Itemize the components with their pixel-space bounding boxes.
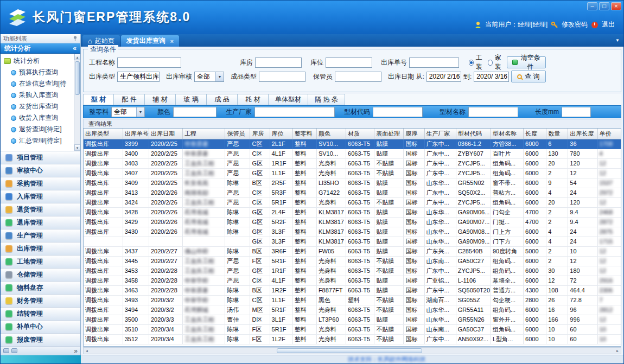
column-header[interactable]: 型材代码 bbox=[456, 129, 491, 139]
column-header[interactable]: 出库类型 bbox=[84, 129, 123, 139]
column-header[interactable]: 型材名称 bbox=[491, 129, 523, 139]
material-tab-6[interactable]: 耗 材 bbox=[238, 94, 269, 105]
column-header[interactable]: 生产厂家 bbox=[424, 129, 456, 139]
collapse-icon[interactable]: « bbox=[73, 44, 77, 52]
pin-icon[interactable] bbox=[73, 36, 78, 41]
change-password-link[interactable]: 修改密码 bbox=[562, 20, 588, 29]
tree-item-3[interactable]: 采购入库查询 bbox=[4, 90, 74, 101]
sidebar-group-3[interactable]: 采购管理 bbox=[1, 177, 80, 190]
table-row[interactable]: 调拨出库35122020/3/4工业共工程陈琳F区1L2F整料光身料6063-T… bbox=[84, 334, 621, 344]
column-header[interactable]: 出库长度 bbox=[568, 129, 597, 139]
table-row[interactable]: 调拨出库35102020/3/4工业共工程陈琳F区5R1F整料光身料6063-T… bbox=[84, 324, 621, 334]
column-header[interactable]: 膜厚 bbox=[404, 129, 424, 139]
column-header[interactable]: 工程 bbox=[183, 129, 225, 139]
table-row[interactable]: 调拨出库34942020/3/2石湾辉城汤伟M区5R1F整料光身料6063-T5… bbox=[84, 305, 621, 315]
sidebar-group-14[interactable]: 补单中心 bbox=[1, 321, 80, 334]
table-row[interactable]: 调拨出库34292020/2/26石湾名城陈琳G区5R2F整料KLM381760… bbox=[84, 217, 621, 227]
sidebar-group-4[interactable]: 入库管理 bbox=[1, 190, 80, 203]
table-row[interactable]: 调拨出库34242020/2/26工业共工程严思C区5R1F整料光身料6063-… bbox=[84, 197, 621, 207]
tab-close-icon[interactable]: × bbox=[170, 38, 174, 44]
column-header[interactable]: 库位 bbox=[270, 129, 292, 139]
sidebar-group-11[interactable]: 物料盘存 bbox=[1, 282, 80, 295]
sidebar-group-2[interactable]: 审核中心 bbox=[1, 164, 80, 177]
tab-list-caret-icon[interactable]: ▼ bbox=[615, 38, 620, 43]
horizontal-scrollbar-thumb[interactable] bbox=[277, 348, 422, 353]
material-tab-4[interactable]: 玻 璃 bbox=[176, 94, 207, 105]
table-row[interactable]: G区3L3F整料KLM38176063-T5贴膜国标山东华...GA90M09.… bbox=[84, 237, 621, 246]
column-header[interactable]: 整零料 bbox=[292, 129, 316, 139]
maximize-button[interactable]: □ bbox=[599, 2, 609, 10]
profile-code-input[interactable] bbox=[373, 107, 423, 117]
date-to-picker[interactable]: 2020/ 3/16▼ bbox=[474, 72, 508, 82]
tree-root-statistics[interactable]: 统计分析 bbox=[4, 55, 74, 67]
tree-item-2[interactable]: 在途信息查询[待 bbox=[4, 78, 74, 90]
radio-work-clothes[interactable]: 工装 bbox=[469, 53, 486, 72]
logout-link[interactable]: 退出 bbox=[602, 20, 615, 29]
color-input[interactable] bbox=[173, 107, 217, 117]
tree-item-6[interactable]: 退货查询[待定] bbox=[4, 124, 74, 135]
profile-name-input[interactable] bbox=[468, 107, 518, 117]
table-row[interactable]: 调拨出库34452020/2/27工业共工程严思F区5R1F整料光身料6063-… bbox=[84, 256, 621, 266]
sidebar-group-1[interactable]: 项目管理 bbox=[1, 151, 80, 164]
column-header[interactable]: 出库单号 bbox=[123, 129, 149, 139]
sidebar-group-15[interactable]: 报废管理 bbox=[1, 334, 80, 347]
material-tab-7[interactable]: 单体型材 bbox=[269, 94, 308, 105]
table-row[interactable]: 调拨出库34002020/2/25华章原著严思C区4L1F整料SV10...60… bbox=[84, 149, 621, 158]
column-header[interactable]: 表面处理 bbox=[374, 129, 404, 139]
material-tab-8[interactable]: 隔 热 条 bbox=[308, 94, 345, 105]
column-header[interactable]: 出库日期 bbox=[149, 129, 182, 139]
table-row[interactable]: 调拨出库35002020/3/3工业共工程曹佳D区3L1F整料LT3P60606… bbox=[84, 315, 621, 324]
table-row[interactable]: 调拨出库33992020/2/25华章原著严思C区2L1F整料SV10...60… bbox=[84, 139, 621, 149]
product-type-input[interactable] bbox=[259, 72, 305, 82]
table-row[interactable]: 调拨出库34092020/2/25长安名苑陈琳B区2R5F整料LI35HO606… bbox=[84, 178, 621, 188]
column-header[interactable]: 长度 bbox=[524, 129, 546, 139]
tree-item-5[interactable]: 收货入库查询 bbox=[4, 112, 74, 124]
table-row[interactable]: 调拨出库34632020/2/28华章原著陈琳B区1R2F整料F8877FT60… bbox=[84, 285, 621, 295]
clear-conditions-button[interactable]: 清空条件 bbox=[507, 56, 546, 68]
column-header[interactable]: 颜色 bbox=[316, 129, 346, 139]
order-no-input[interactable] bbox=[409, 58, 459, 68]
material-tab-2[interactable]: 配 件 bbox=[114, 94, 145, 105]
tree-item-7[interactable]: 汇总管理[待定] bbox=[4, 135, 74, 146]
length-input[interactable] bbox=[562, 107, 591, 117]
table-row[interactable]: 调拨出库34532020/2/28工业共工程严思G区1R1F整料光身料6063-… bbox=[84, 266, 621, 276]
tree-scrollbar-thumb[interactable] bbox=[75, 61, 80, 95]
tab-shipping-outbound-query[interactable]: 发货出库查询 × bbox=[121, 35, 179, 47]
table-row[interactable]: 调拨出库34302020/2/26石湾名城陈琳G区3L3F整料KLM381760… bbox=[84, 227, 621, 237]
column-header[interactable]: 单价 bbox=[597, 129, 621, 139]
whole-piece-select[interactable]: 全部▼ bbox=[111, 107, 145, 117]
computer-icon[interactable] bbox=[3, 348, 9, 353]
scroll-up-icon[interactable]: ▲ bbox=[74, 54, 80, 60]
material-tab-3[interactable]: 辅 材 bbox=[145, 94, 176, 105]
tree-item-4[interactable]: 发货出库查询 bbox=[4, 101, 74, 112]
sidebar-group-5[interactable]: 退货管理 bbox=[1, 203, 80, 216]
scroll-left-icon[interactable]: ◄ bbox=[85, 349, 88, 353]
close-window-button[interactable]: × bbox=[611, 2, 621, 10]
project-name-input[interactable] bbox=[117, 58, 181, 68]
location-input[interactable] bbox=[326, 58, 372, 68]
table-row[interactable]: 调拨出库34582020/2/28华章学府严思C区4L1F整料光身料6063-T… bbox=[84, 276, 621, 285]
keeper-input[interactable] bbox=[335, 72, 381, 82]
minimize-button[interactable]: – bbox=[587, 2, 597, 10]
manufacturer-input[interactable] bbox=[254, 107, 335, 117]
horizontal-scrollbar[interactable]: ◄ ► bbox=[83, 347, 621, 354]
sidebar-group-13[interactable]: 结转管理 bbox=[1, 308, 80, 321]
scroll-right-icon[interactable]: ► bbox=[616, 349, 619, 353]
sidebar-group-8[interactable]: 出库管理 bbox=[1, 242, 80, 256]
table-row[interactable]: 调拨出库34282020/2/26石湾名城陈琳G区2L4F整料KLM381760… bbox=[84, 207, 621, 217]
warehouse-input[interactable] bbox=[255, 58, 302, 68]
audit-select[interactable]: 全部▼ bbox=[194, 72, 224, 82]
table-row[interactable]: 调拨出库34032020/2/25工业共工程严思G区1R1F整料光身料6063-… bbox=[84, 158, 621, 168]
sidebar-group-statistics[interactable]: 统计分析 « bbox=[1, 43, 80, 54]
scroll-down-icon[interactable]: ▼ bbox=[74, 144, 80, 151]
tree-scrollbar[interactable]: ▲ ▼ bbox=[74, 54, 80, 151]
column-header[interactable]: 材质 bbox=[346, 129, 374, 139]
sidebar-group-6[interactable]: 退库管理 bbox=[1, 216, 80, 229]
date-from-picker[interactable]: 2020/ 2/16▼ bbox=[426, 72, 461, 82]
table-row[interactable]: 调拨出库34372020/2/27佛山华府陈琳B区3R6F整料FW056063-… bbox=[84, 246, 621, 256]
sidebar-group-10[interactable]: 仓储管理 bbox=[1, 269, 80, 282]
table-row[interactable]: 调拨出库34072020/2/25工业共工程严思G区1L1F整料光身料6063-… bbox=[84, 168, 621, 178]
sidebar-group-12[interactable]: 财务管理 bbox=[1, 295, 80, 308]
expand-more-icon[interactable]: » bbox=[74, 347, 78, 355]
column-header[interactable]: 库房 bbox=[250, 129, 270, 139]
